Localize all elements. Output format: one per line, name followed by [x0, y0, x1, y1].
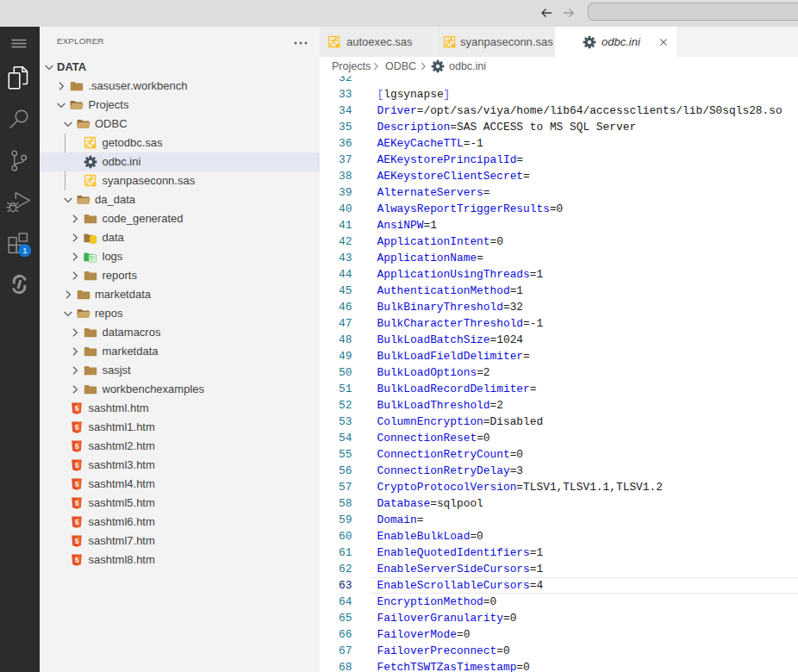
svg-text:5: 5 — [75, 404, 79, 413]
svg-text:5: 5 — [75, 423, 79, 432]
svg-text:5: 5 — [75, 556, 79, 564]
svg-text:5: 5 — [75, 461, 79, 470]
svg-text:5: 5 — [75, 537, 79, 545]
svg-text:5: 5 — [75, 518, 79, 526]
svg-text:1: 1 — [22, 246, 27, 255]
svg-text:5: 5 — [75, 499, 79, 507]
svg-text:5: 5 — [75, 442, 79, 451]
svg-text:5: 5 — [75, 480, 79, 488]
